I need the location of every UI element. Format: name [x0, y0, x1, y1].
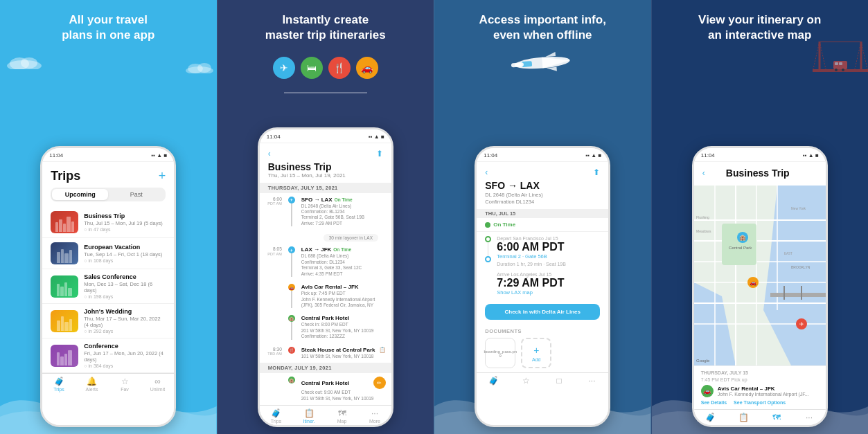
svg-marker-10 [547, 67, 557, 72]
tab-more[interactable]: ··· [576, 376, 609, 386]
trip-item[interactable]: Business Trip Thu, Jul 15 – Mon, Jul 19 … [42, 207, 174, 238]
trip-date: Thu, Jul 15 – Mon, Jul 19 (5 days) [84, 220, 166, 226]
flight-dot: ✈ [288, 246, 295, 253]
trip-item[interactable]: Conference Fri, Jun 17 – Mon, Jun 20, 20… [42, 338, 174, 373]
timeline-item-restaurant[interactable]: 8:30 TBD AM 🍴 Steak House at Central Par… [260, 343, 391, 363]
pickup-time: 7:45 PM EDT Pick up [701, 377, 819, 382]
time-display: 11:04 [267, 134, 281, 140]
documents-section: DOCUMENTS [477, 324, 608, 372]
tab-bar: 🧳 📋 🗺 ··· [694, 409, 826, 424]
tab-itinerary[interactable]: 📋 Itiner. [292, 408, 326, 424]
item-title-row: SFO → LAX On Time [301, 197, 386, 203]
thumbnail-buildings [51, 275, 78, 298]
upcoming-tab[interactable]: Upcoming [52, 189, 108, 200]
tab-share[interactable]: □ [542, 376, 576, 386]
depart-dot [485, 236, 491, 242]
svg-text:Meadows: Meadows [696, 229, 711, 233]
timeline-connector [291, 291, 292, 308]
share-button[interactable]: ⬆ [593, 168, 600, 177]
tab-star[interactable]: ☆ [510, 376, 543, 386]
day-header-1: THURSDAY, JULY 15, 2021 [260, 183, 391, 193]
airplane-decoration [501, 52, 584, 82]
phone-mockup-1: 11:04 ▪▪ ▲ ■ Trips + Upcoming Past [40, 146, 176, 427]
car-rental-icon: 🚗 [701, 385, 714, 397]
back-button[interactable]: ‹ [268, 149, 271, 159]
trip-item[interactable]: Sales Conference Mon, Dec 13 – Sat, Dec … [42, 269, 174, 304]
layover-container: 30 min layover in LAX [260, 230, 391, 243]
edit-icon: 📋 [379, 347, 386, 353]
trip-item[interactable]: European Vacation Tue, Sep 14 – Fri, Oct… [42, 238, 174, 269]
map-tab-icon: 🗺 [338, 408, 346, 418]
map-svg: Central Park Flushing Meadows New York B… [694, 186, 826, 365]
tab-map-label: Map [337, 419, 347, 424]
panel2-header: Instantly create master trip itineraries [251, 0, 400, 50]
tab-itinerary[interactable]: 📋 [727, 413, 760, 422]
documents-label: DOCUMENTS [485, 328, 600, 334]
tab-trips[interactable]: 🧳 [694, 413, 727, 422]
status-icons: ▪▪ ▲ ■ [803, 152, 819, 159]
card-text: Avis Car Rental – JFK John F. Kennedy In… [718, 386, 819, 397]
timeline-item-flight2[interactable]: 8:05 PDT AM ✈ LAX → JFK On Time DL 688 (… [260, 243, 391, 280]
timeline-item-hotel[interactable]: 🏨 Central Park Hotel Check in: 8:00 PM E… [260, 311, 391, 343]
tab-unlimit[interactable]: ∞ Unlimit [141, 377, 175, 392]
add-trip-button[interactable]: + [159, 169, 166, 183]
svg-text:Flushing: Flushing [696, 215, 709, 219]
tab-trips[interactable]: 🧳 [477, 376, 510, 386]
time-column: 8:30 TBD AM [265, 347, 282, 359]
arrive-time: 7:29 AM PDT [497, 277, 600, 289]
checkout-details: Check out: 9:00 AM EDT201 W 58th St, New… [301, 390, 386, 401]
tab-trips[interactable]: 🧳 Trips [260, 408, 293, 424]
timeline-content: Avis Car Rental – JFK Pick up: 7:45 PM E… [301, 284, 386, 308]
panel-travel-plans: All your travel plans in one app 11:04 ▪… [0, 0, 217, 434]
flight-route: LAX → JFK [301, 246, 332, 253]
document-card[interactable]: boarding_pass.pn9 [485, 338, 515, 368]
back-button[interactable]: ‹ [702, 168, 705, 178]
trips-tab-icon: 🧳 [271, 408, 281, 418]
tab-map[interactable]: 🗺 Map [326, 408, 359, 424]
back-button[interactable]: ‹ [485, 168, 488, 177]
tab-bar: 🧳 ☆ □ ··· [477, 372, 608, 387]
map-area[interactable]: Central Park Flushing Meadows New York B… [694, 186, 826, 365]
trip-date: Tue, Sep 14 – Fri, Oct 1 (18 days) [84, 251, 166, 257]
trip-days: ○in 47 days [84, 227, 166, 232]
share-button[interactable]: ⬆ [376, 149, 383, 159]
timeline-item-checkout[interactable]: 🏨 Central Park Hotel ✏ Check out: 9:00 A… [260, 373, 391, 405]
time-column: 6:00 PDT AM [265, 197, 282, 227]
tab-favorites[interactable]: ☆ Fav [108, 377, 141, 392]
panel3-header: Access important info, even when offline [466, 0, 620, 50]
tab-more[interactable]: ··· More [358, 408, 391, 424]
edit-button[interactable]: ✏ [373, 377, 386, 389]
status-bar: 11:04 ▪▪ ▲ ■ [477, 148, 608, 162]
add-label: Add [532, 357, 540, 362]
map-link[interactable]: Show LAX map [497, 289, 600, 296]
trip-item[interactable]: John's Wedding Thu, Mar 17 – Sun, Mar 20… [42, 304, 174, 338]
time-value: 8:30 [265, 347, 282, 352]
restaurant-title-row: Steak House at Central Park 📋 [301, 347, 386, 353]
past-tab[interactable]: Past [108, 189, 164, 200]
timeline-line: 🏨 [286, 377, 297, 401]
tab-alerts[interactable]: 🔔 Alerts [76, 377, 109, 392]
svg-text:🏨: 🏨 [739, 234, 746, 241]
tab-more[interactable]: ··· [792, 413, 826, 422]
see-details-link[interactable]: See Details [701, 400, 727, 405]
depart-time: 6:00 AM PDT [497, 241, 600, 253]
trips-tab-icon: 🧳 [488, 376, 499, 386]
checkin-button[interactable]: Check in with Delta Air Lines [485, 304, 600, 320]
depart-line [488, 242, 488, 256]
phone-mockup-4: 11:04 ▪▪ ▲ ■ ‹ Business Trip [692, 146, 828, 427]
trip-thumbnail [51, 310, 78, 332]
timeline-item-flight1[interactable]: 6:00 PDT AM ✈ SFO → LAX On Time DL 2648 … [260, 193, 391, 230]
itinerary-title: Business Trip [268, 161, 383, 172]
status-icons: ▪▪ ▲ ■ [585, 152, 601, 159]
tab-trips[interactable]: 🧳 Trips [42, 377, 76, 392]
cloud-left [7, 55, 42, 69]
see-transport-link[interactable]: See Transport Options [734, 400, 786, 405]
add-document-button[interactable]: + Add [521, 338, 551, 368]
flight-route: SFO → LAX [485, 180, 600, 191]
tab-unlimit-label: Unlimit [150, 387, 165, 392]
flight-details: DL 688 (Delta Air Lines)Confirmation: DL… [301, 253, 386, 277]
tab-map[interactable]: 🗺 [760, 413, 793, 422]
dining-category-icon: 🍴 [328, 57, 351, 79]
panel4-header: View your itinerary on an interactive ma… [684, 0, 835, 50]
timeline-item-car[interactable]: 🚗 Avis Car Rental – JFK Pick up: 7:45 PM… [260, 280, 391, 311]
